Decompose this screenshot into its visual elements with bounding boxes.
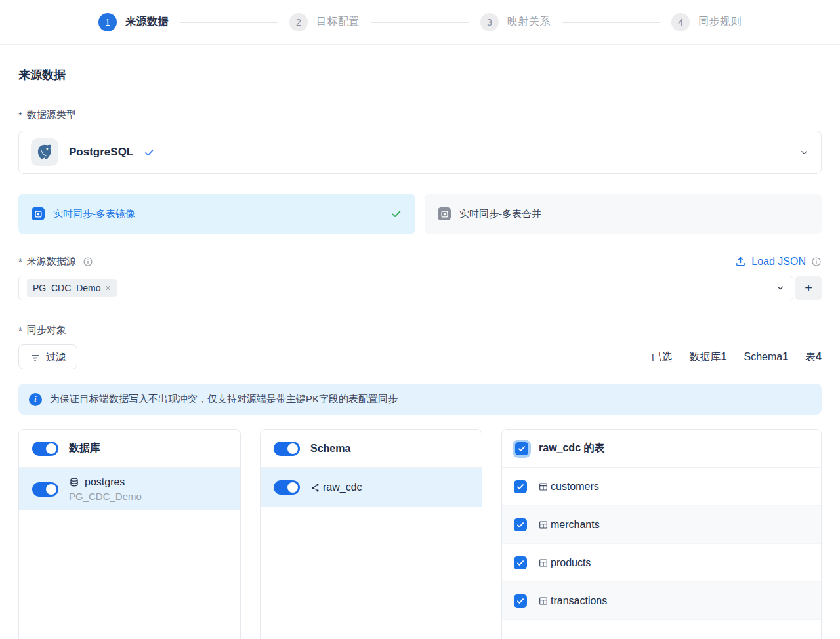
tables-all-checkbox[interactable] <box>515 442 528 455</box>
database-icon <box>69 477 79 487</box>
table-name-text: merchants <box>551 519 600 531</box>
mode-selected-check-icon <box>390 208 402 220</box>
table-row-customers[interactable]: customers <box>502 468 821 506</box>
database-toggle[interactable] <box>32 482 58 497</box>
datasource-type-name: PostgreSQL <box>69 146 133 159</box>
step-connector <box>180 22 278 23</box>
table-row-merchants[interactable]: merchants <box>502 506 821 544</box>
step-mapping[interactable]: 3 映射关系 <box>480 13 551 31</box>
required-mark: * <box>18 325 22 336</box>
step-sync-rules[interactable]: 4 同步规则 <box>671 13 742 31</box>
selected-check-icon <box>144 147 155 158</box>
page-title: 来源数据 <box>18 67 822 83</box>
tables-column-header: raw_cdc 的表 <box>502 430 821 468</box>
step-label: 来源数据 <box>125 15 169 29</box>
toggle-knob <box>287 482 298 493</box>
table-checkbox[interactable] <box>514 594 527 608</box>
add-datasource-button[interactable]: + <box>795 276 822 300</box>
load-json-button[interactable]: Load JSON <box>735 256 822 268</box>
info-icon[interactable] <box>83 257 93 267</box>
merge-mode-icon <box>438 207 451 220</box>
sync-mode-label: 实时同步-多表合并 <box>459 208 541 220</box>
table-row-products[interactable]: products <box>502 544 821 582</box>
info-icon[interactable] <box>811 257 822 267</box>
step-label: 目标配置 <box>316 15 360 29</box>
required-mark: * <box>18 256 22 267</box>
sync-objects-label: * 同步对象 <box>18 324 822 337</box>
step-number: 4 <box>671 13 690 31</box>
schema-name: raw_cdc <box>323 482 362 493</box>
required-mark: * <box>18 110 22 121</box>
schema-column-header: Schema <box>261 430 482 468</box>
sync-mode-mirror-card[interactable]: 实时同步-多表镜像 <box>18 194 415 234</box>
schema-column-title: Schema <box>310 443 350 455</box>
load-json-label: Load JSON <box>751 256 806 268</box>
selection-columns: 数据库 postgres PG_CDC_Demo Sc <box>18 429 822 639</box>
filter-button[interactable]: 过滤 <box>18 344 77 369</box>
step-number: 1 <box>98 13 117 31</box>
chevron-down-icon <box>799 148 809 157</box>
filter-label: 过滤 <box>46 351 66 363</box>
step-number: 2 <box>289 13 308 31</box>
summary-database-count: 数据库1 <box>690 350 727 364</box>
sync-mode-label: 实时同步-多表镜像 <box>53 208 135 220</box>
source-datasource-label: * 来源数据源 <box>18 255 93 268</box>
datasource-tag: PG_CDC_Demo × <box>27 279 117 297</box>
summary-schema-count: Schema1 <box>744 351 788 363</box>
info-filled-icon: i <box>29 393 42 406</box>
wizard-stepper: 1 来源数据 2 目标配置 3 映射关系 4 同步规则 <box>0 0 840 45</box>
database-column: 数据库 postgres PG_CDC_Demo <box>18 429 241 639</box>
schema-icon <box>310 483 320 493</box>
source-datasource-select[interactable]: PG_CDC_Demo × <box>18 276 793 300</box>
table-checkbox[interactable] <box>514 518 527 531</box>
table-checkbox[interactable] <box>514 480 527 493</box>
notice-text: 为保证目标端数据写入不出现冲突，仅支持对源端是带主键PK字段的表配置同步 <box>50 393 398 405</box>
table-name-text: products <box>551 557 591 569</box>
table-row-transactions[interactable]: transactions <box>502 582 821 620</box>
table-icon <box>538 596 549 606</box>
table-icon <box>538 482 549 492</box>
summary-prefix: 已选 <box>652 350 673 364</box>
datasource-type-label: * 数据源类型 <box>18 109 822 121</box>
database-all-toggle[interactable] <box>32 442 58 456</box>
tables-column: raw_cdc 的表 customers <box>501 429 822 639</box>
mirror-mode-icon <box>32 207 45 220</box>
sync-mode-cards: 实时同步-多表镜像 实时同步-多表合并 <box>18 194 822 234</box>
schema-toggle[interactable] <box>274 480 300 495</box>
toggle-knob <box>46 443 56 454</box>
sync-mode-merge-card[interactable]: 实时同步-多表合并 <box>425 194 822 234</box>
toggle-knob <box>46 484 56 495</box>
step-number: 3 <box>480 13 499 31</box>
table-name-text: customers <box>551 481 599 493</box>
step-connector <box>371 22 469 23</box>
datasource-type-select[interactable]: PostgreSQL <box>18 131 822 174</box>
database-column-header: 数据库 <box>19 430 240 468</box>
database-column-title: 数据库 <box>69 442 100 455</box>
selected-summary: 已选 数据库1 Schema1 表4 <box>652 350 822 364</box>
toggle-knob <box>287 443 298 454</box>
postgresql-logo-icon <box>31 138 58 166</box>
step-source-data[interactable]: 1 来源数据 <box>98 13 169 31</box>
schema-column: Schema raw_cdc <box>260 429 482 639</box>
table-checkbox[interactable] <box>514 556 527 569</box>
step-connector <box>562 22 660 23</box>
schema-row-raw-cdc[interactable]: raw_cdc <box>261 468 482 507</box>
step-target-config[interactable]: 2 目标配置 <box>289 13 360 31</box>
database-subtitle: PG_CDC_Demo <box>69 491 142 502</box>
chevron-down-icon <box>776 283 785 293</box>
table-name-text: transactions <box>551 595 607 607</box>
tag-remove-icon[interactable]: × <box>105 283 110 293</box>
upload-icon <box>735 256 746 267</box>
step-label: 同步规则 <box>698 15 742 29</box>
step-label: 映射关系 <box>507 15 551 29</box>
database-row-postgres[interactable]: postgres PG_CDC_Demo <box>19 468 240 510</box>
table-icon <box>538 558 549 568</box>
summary-table-count: 表4 <box>805 350 822 364</box>
schema-all-toggle[interactable] <box>274 442 300 456</box>
database-name: postgres <box>85 476 125 488</box>
tables-column-title: raw_cdc 的表 <box>539 442 604 455</box>
filter-icon <box>30 352 40 362</box>
pk-requirement-notice: i 为保证目标端数据写入不出现冲突，仅支持对源端是带主键PK字段的表配置同步 <box>18 384 822 415</box>
table-icon <box>538 520 549 530</box>
